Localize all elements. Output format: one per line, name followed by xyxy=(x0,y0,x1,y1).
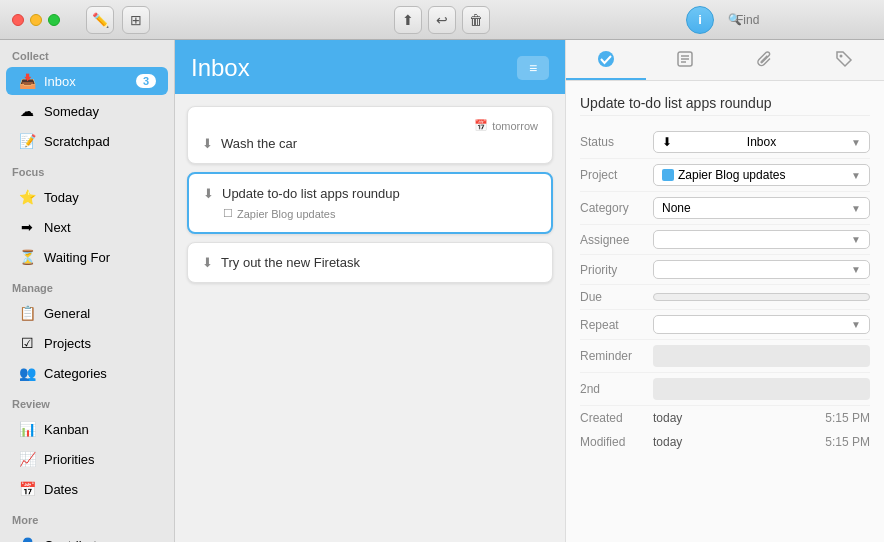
trash-button[interactable]: 🗑 xyxy=(462,6,490,34)
svg-point-5 xyxy=(840,55,843,58)
back-button[interactable]: ↩ xyxy=(428,6,456,34)
sidebar-item-priorities-label: Priorities xyxy=(44,452,156,467)
sidebar-item-today[interactable]: ⭐ Today xyxy=(6,183,168,211)
inbox-panel: Inbox ≡ 📅 tomorrow ⬇ Wash the car xyxy=(175,40,565,542)
assignee-value-wrap: ▼ xyxy=(653,230,870,249)
task-title-firetask: Try out the new Firetask xyxy=(221,255,360,270)
sidebar-item-categories[interactable]: 👥 Categories xyxy=(6,359,168,387)
reminder-input[interactable] xyxy=(653,345,870,367)
project-chevron-icon: ▼ xyxy=(851,170,861,181)
sidebar-item-general[interactable]: 📋 General xyxy=(6,299,168,327)
maximize-button[interactable] xyxy=(48,14,60,26)
sidebar-item-scratchpad-label: Scratchpad xyxy=(44,134,156,149)
kanban-icon: 📊 xyxy=(18,420,36,438)
repeat-dropdown[interactable]: ▼ xyxy=(653,315,870,334)
second-row: 2nd xyxy=(580,373,870,406)
sidebar-item-inbox-label: Inbox xyxy=(44,74,128,89)
calendar-icon: 📅 xyxy=(474,119,488,132)
created-date: today xyxy=(653,411,817,425)
category-value: None xyxy=(662,201,851,215)
search-icon: 🔍 xyxy=(728,13,742,26)
more-section-label: More xyxy=(0,504,174,530)
second-value-wrap xyxy=(653,378,870,400)
sidebar-item-scratchpad[interactable]: 📝 Scratchpad xyxy=(6,127,168,155)
scratchpad-icon: 📝 xyxy=(18,132,36,150)
due-row: Due xyxy=(580,285,870,310)
detail-task-title: Update to-do list apps roundup xyxy=(580,91,870,116)
project-color-swatch xyxy=(662,169,674,181)
collect-section-label: Collect xyxy=(0,40,174,66)
project-value: Zapier Blog updates xyxy=(678,168,851,182)
status-dropdown[interactable]: ⬇ Inbox ▼ xyxy=(653,131,870,153)
info-button[interactable]: i xyxy=(686,6,714,34)
due-dropdown[interactable] xyxy=(653,293,870,301)
due-date-value: tomorrow xyxy=(492,120,538,132)
sidebar-item-projects[interactable]: ☑ Projects xyxy=(6,329,168,357)
sidebar-item-someday[interactable]: ☁ Someday xyxy=(6,97,168,125)
modified-label: Modified xyxy=(580,435,645,449)
project-value-wrap: Zapier Blog updates ▼ xyxy=(653,164,870,186)
inbox-badge: 3 xyxy=(136,74,156,88)
project-dropdown[interactable]: Zapier Blog updates ▼ xyxy=(653,164,870,186)
tab-notes[interactable] xyxy=(646,40,726,80)
assignee-dropdown[interactable]: ▼ xyxy=(653,230,870,249)
status-row: Status ⬇ Inbox ▼ xyxy=(580,126,870,159)
priority-dropdown[interactable]: ▼ xyxy=(653,260,870,279)
titlebar: ✏️ ⊞ ⬆ ↩ 🗑 i 🔍 xyxy=(0,0,884,40)
search-wrapper: 🔍 xyxy=(722,10,872,30)
grid-button[interactable]: ⊞ xyxy=(122,6,150,34)
sidebar-item-priorities[interactable]: 📈 Priorities xyxy=(6,445,168,473)
tab-tags[interactable] xyxy=(805,40,885,80)
focus-section-label: Focus xyxy=(0,156,174,182)
compose-button[interactable]: ✏️ xyxy=(86,6,114,34)
task-download-icon-2: ⬇ xyxy=(203,186,214,201)
task-card-wash-car[interactable]: 📅 tomorrow ⬇ Wash the car xyxy=(187,106,553,164)
content-area: Inbox ≡ 📅 tomorrow ⬇ Wash the car xyxy=(175,40,884,542)
task-download-icon: ⬇ xyxy=(202,136,213,151)
tab-attachments[interactable] xyxy=(725,40,805,80)
reminder-value-wrap xyxy=(653,345,870,367)
assignee-label: Assignee xyxy=(580,233,645,247)
traffic-lights xyxy=(12,14,60,26)
task-card-update-roundup[interactable]: ⬇ Update to-do list apps roundup ☐ Zapie… xyxy=(187,172,553,234)
task-title-update: Update to-do list apps roundup xyxy=(222,186,400,201)
assignee-chevron-icon: ▼ xyxy=(851,234,861,245)
sidebar-item-kanban[interactable]: 📊 Kanban xyxy=(6,415,168,443)
close-button[interactable] xyxy=(12,14,24,26)
inbox-items-list: 📅 tomorrow ⬇ Wash the car ⬇ Update to-do… xyxy=(175,94,565,295)
sidebar-item-contributors-label: Contributors xyxy=(44,538,156,543)
repeat-chevron-icon: ▼ xyxy=(851,319,861,330)
search-input[interactable] xyxy=(722,10,872,30)
contributors-icon: 👤 xyxy=(18,536,36,542)
attachment-tab-icon xyxy=(756,50,774,68)
filter-button[interactable]: ≡ xyxy=(517,56,549,80)
sidebar-item-inbox[interactable]: 📥 Inbox 3 xyxy=(6,67,168,95)
sidebar-item-contributors[interactable]: 👤 Contributors xyxy=(6,531,168,542)
priority-row: Priority ▼ xyxy=(580,255,870,285)
minimize-button[interactable] xyxy=(30,14,42,26)
checkbox-icon: ☐ xyxy=(223,207,233,220)
priority-chevron-icon: ▼ xyxy=(851,264,861,275)
task-card-firetask[interactable]: ⬇ Try out the new Firetask xyxy=(187,242,553,283)
sidebar-item-next-label: Next xyxy=(44,220,156,235)
inbox-icon: 📥 xyxy=(18,72,36,90)
tab-checkmark[interactable] xyxy=(566,40,646,80)
share-button[interactable]: ⬆ xyxy=(394,6,422,34)
dates-icon: 📅 xyxy=(18,480,36,498)
task-subtitle-update: ☐ Zapier Blog updates xyxy=(203,207,537,220)
detail-panel: Update to-do list apps roundup Status ⬇ … xyxy=(565,40,884,542)
task-project-name: Zapier Blog updates xyxy=(237,208,335,220)
task-download-icon-3: ⬇ xyxy=(202,255,213,270)
sidebar-item-next[interactable]: ➡ Next xyxy=(6,213,168,241)
chevron-down-icon: ▼ xyxy=(851,137,861,148)
sidebar-item-dates[interactable]: 📅 Dates xyxy=(6,475,168,503)
second-input[interactable] xyxy=(653,378,870,400)
next-icon: ➡ xyxy=(18,218,36,236)
sidebar: Collect 📥 Inbox 3 ☁ Someday 📝 Scratchpad… xyxy=(0,40,175,542)
category-chevron-icon: ▼ xyxy=(851,203,861,214)
sidebar-item-waiting-for[interactable]: ⏳ Waiting For xyxy=(6,243,168,271)
sidebar-item-someday-label: Someday xyxy=(44,104,156,119)
inbox-header: Inbox ≡ xyxy=(175,40,565,94)
category-dropdown[interactable]: None ▼ xyxy=(653,197,870,219)
today-icon: ⭐ xyxy=(18,188,36,206)
